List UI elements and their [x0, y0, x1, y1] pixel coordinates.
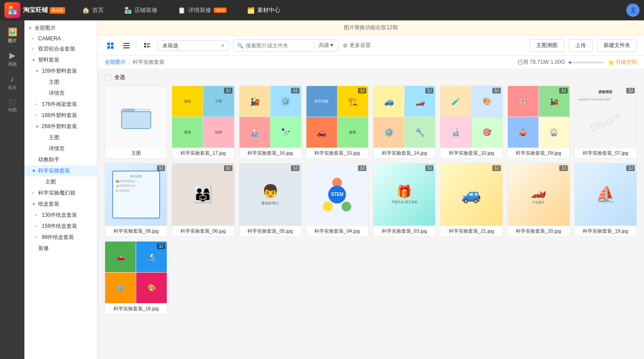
select-all-checkbox[interactable]	[105, 74, 111, 81]
tree-item-picture176[interactable]: + 176件画架套装	[24, 99, 97, 110]
breadcrumb-root[interactable]: 全部图片	[105, 59, 126, 66]
toggle-plastic: ▼	[31, 58, 37, 62]
tree-label-main1: 主图	[49, 78, 59, 86]
toolbar: 未筛选 🔍 高级▼ ⚙ 更多设置 主图测图 上传 新建文件夹	[98, 35, 644, 56]
badge-09: 3J	[559, 88, 568, 94]
sidebar-item-motion[interactable]: ⬛ 动图	[2, 95, 23, 117]
tree-item-main2[interactable]: 主图	[24, 132, 97, 143]
image-cell-07[interactable]: 质检报告 INSPECTION REPORT DRAFT 3J 科学实验套装_0…	[574, 86, 637, 159]
view-grid-button[interactable]	[105, 40, 116, 51]
filter-select[interactable]: 未筛选	[157, 40, 228, 51]
nav-item-shop[interactable]: 🏪 店铺装修	[121, 4, 161, 16]
image-thumb-05: 👦 激发好奇心 3J	[240, 164, 301, 225]
tree-item-plastic268[interactable]: ▼ 268件塑料套装	[24, 121, 97, 132]
toggle-cardboard: ▼	[31, 202, 37, 207]
badge-10: 3J	[492, 88, 501, 94]
toggle-all: ▼	[28, 26, 33, 31]
logo-text: 淘宝旺铺	[23, 6, 48, 14]
image-cell-20[interactable]: 🏎️ 产品展示 3J 科学实验套装_20.jpg	[507, 163, 570, 236]
image-cell-18[interactable]: 🚗 🔬 ⚙️ 🎨 3J 科学实验套装_18.jpg	[105, 241, 167, 314]
tree-item-decoration[interactable]: 装修	[24, 243, 97, 254]
tree-item-cardboard130[interactable]: + 130件纸盒套装	[24, 210, 97, 221]
music-icon: ♪	[10, 74, 14, 84]
tree-item-all[interactable]: ▼ 全部图片	[24, 23, 97, 34]
badge-14: 3J	[425, 88, 434, 94]
image-cell-14[interactable]: 🚙 🏎️ ⚙️ 🔧 3J 科学实验套装_14.jpg	[373, 86, 436, 159]
main-container: 🖼️ 图片 ▶ 视频 ♪ 音乐 ⬛ 动图 ▼ 全部图片 + CAMERA +	[0, 20, 644, 359]
nav-item-home[interactable]: 🏠 首页	[79, 4, 107, 16]
badge-05: 3J	[291, 165, 299, 171]
image-cell-10[interactable]: 🧪 🎨 🔬 🎯 3J 科学实验套装_10.jpg	[440, 86, 503, 159]
tree-item-science-magic[interactable]: + 科学实验魔幻箱	[24, 187, 97, 199]
tree-item-cardboard[interactable]: ▼ 纸盒套装	[24, 199, 97, 210]
tree-label-science: 科学实验套装	[38, 167, 70, 175]
tree-item-cardboard98[interactable]: + 98件纸盒套装	[24, 232, 97, 243]
tree-item-detail1[interactable]: 详情页	[24, 88, 97, 99]
breadcrumb-bar: 全部图片 / 科学实验套装 已用 78.71M/ 1.00G ⭐ 升级空间	[98, 56, 644, 69]
sidebar-item-music[interactable]: ♪ 音乐	[2, 72, 23, 93]
tree-item-preschool[interactable]: 幼教助手	[24, 154, 97, 165]
nav-item-material-label: 素材中心	[257, 6, 280, 14]
filename-04: 科学实验套装_04.jpg	[306, 226, 368, 236]
image-cell-16[interactable]: 🚂 ⚙️ 🔬 🔭 3J 科学实验套装_16.jpg	[239, 86, 302, 159]
image-label: 图片	[8, 38, 17, 44]
sidebar-item-image[interactable]: 🖼️ 图片	[2, 25, 23, 46]
announcement-text: 图片替换功能在双12期	[344, 24, 397, 31]
logo-icon: 🏪	[4, 2, 20, 18]
tree-label-detail1: 详情页	[49, 90, 65, 97]
tree-label-double-alloy: 双层铝合金套装	[38, 45, 75, 53]
search-input[interactable]	[246, 43, 312, 49]
file-tree: ▼ 全部图片 + CAMERA + 双层铝合金套装 ▼ 塑料套装 ▼ 109件塑…	[24, 20, 98, 359]
tree-item-main1[interactable]: 主图	[24, 77, 97, 88]
sidebar-item-video[interactable]: ▶ 视频	[2, 48, 23, 70]
image-cell-17[interactable]: 齿轮 小车 套装 玩具 3J 科学实验套装_17.jpg	[172, 86, 234, 159]
view-detail-button[interactable]	[141, 40, 153, 51]
tree-item-camera[interactable]: + CAMERA	[24, 34, 97, 43]
select-all-label: 全选	[114, 74, 125, 81]
tree-item-main3[interactable]: 主图	[24, 176, 97, 187]
image-thumb-21: 🚙 3J	[440, 164, 502, 225]
nav-item-material[interactable]: 🗂️ 素材中心	[243, 4, 284, 16]
image-cell-05[interactable]: 👦 激发好奇心 3J 科学实验套装_05.jpg	[239, 163, 302, 236]
image-thumb-10: 🧪 🎨 🔬 🎯 3J	[440, 86, 502, 148]
filename-16: 科学实验套装_16.jpg	[240, 148, 301, 158]
tree-item-plastic188[interactable]: + 188件塑料套装	[24, 110, 97, 121]
settings-button[interactable]: ⚙ 更多设置	[343, 42, 371, 49]
search-icon: 🔍	[237, 43, 243, 49]
user-avatar[interactable]: 👤	[626, 4, 640, 17]
new-folder-button[interactable]: 新建文件夹	[597, 39, 637, 52]
image-cell-09[interactable]: 🎠 🚂 🎪 🎡 3J 科学实验套装_09.jpg	[507, 86, 570, 159]
image-thumb-19: ⛵ 3J	[575, 164, 636, 225]
main-image-button[interactable]: 主图测图	[530, 39, 564, 52]
filename-05: 科学实验套装_05.jpg	[240, 226, 301, 236]
tree-label-preschool: 幼教助手	[38, 156, 59, 164]
upgrade-button[interactable]: ⭐ 升级空间	[608, 59, 637, 66]
view-list-button[interactable]	[121, 40, 132, 51]
logo-area: 🏪 淘宝旺铺 基础版	[4, 2, 65, 18]
image-cell-06[interactable]: 👨‍👩‍👧 3J 科学实验套装_06.jpg	[172, 163, 234, 236]
image-cell-folder[interactable]: 主图	[105, 86, 167, 159]
image-cell-04[interactable]: STEM 3J 科学实验套装_04.jpg	[306, 163, 369, 236]
search-advanced-button[interactable]: 高级▼	[314, 42, 334, 49]
image-cell-03[interactable]: 🎁 手提礼盒 独立包装 3J 科学实验套装_03.jpg	[373, 163, 436, 236]
image-cell-15[interactable]: 科学实验 🏗️ 🚗 套装 3J 科学实验套装_15.jpg	[306, 86, 369, 159]
svg-rect-10	[144, 46, 146, 47]
tree-item-double-alloy[interactable]: + 双层铝合金套装	[24, 43, 97, 55]
image-thumb-07: 质检报告 INSPECTION REPORT DRAFT 3J	[575, 86, 636, 148]
tree-item-cardboard159[interactable]: + 159件纸盒套装	[24, 221, 97, 232]
nav-item-detail-label: 详情装修	[188, 6, 211, 14]
tree-item-plastic[interactable]: ▼ 塑料套装	[24, 55, 97, 66]
nav-item-detail[interactable]: 📋 详情装修 NEW	[174, 4, 230, 16]
settings-icon: ⚙	[343, 43, 348, 49]
filename-17: 科学实验套装_17.jpg	[172, 148, 234, 158]
image-cell-19[interactable]: ⛵ 3J 科学实验套装_19.jpg	[574, 163, 637, 236]
badge-07: 3J	[626, 88, 635, 94]
tree-item-detail2[interactable]: 详情页	[24, 143, 97, 154]
upload-button[interactable]: 上传	[569, 39, 593, 52]
badge-04: 3J	[358, 165, 366, 171]
tree-item-science[interactable]: ▼ 科学实验套装	[24, 165, 97, 176]
tree-item-plastic109[interactable]: ▼ 109件塑料套装	[24, 66, 97, 77]
image-cell-08[interactable]: 商品参数 📦 科学实验套装 🔬 实验材料全套 📐 精品包装 3J 科学实验套装_…	[105, 163, 167, 236]
tree-label-plastic268: 268件塑料套装	[42, 123, 77, 130]
image-cell-21[interactable]: 🚙 3J 科学实验套装_21.jpg	[440, 163, 503, 236]
